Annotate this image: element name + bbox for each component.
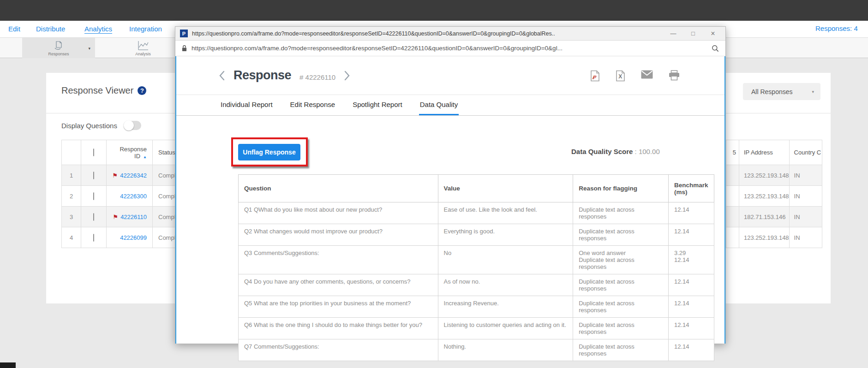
chevron-down-icon: ▾ bbox=[812, 89, 814, 94]
question-cell: Q6 What is the one thing I should do to … bbox=[239, 318, 438, 339]
reason-header: Reason for flagging bbox=[573, 175, 669, 202]
tab-integration[interactable]: Integration bbox=[129, 25, 162, 33]
table-row: 123.252.193.148 IN bbox=[726, 186, 822, 207]
value-cell: No bbox=[438, 246, 573, 274]
response-table-right: 5 IP Address Country C 123.252.193.148 I… bbox=[726, 140, 822, 248]
analysis-chart-icon bbox=[137, 40, 149, 51]
window-title-bar[interactable]: P https://questionpro.com/a/frame.do?mod… bbox=[175, 27, 725, 41]
table-header-row: Question Value Reason for flagging Bench… bbox=[239, 175, 714, 202]
row-checkbox[interactable] bbox=[93, 192, 94, 200]
question-cell: Q7 Comments/Suggestions: bbox=[239, 339, 438, 361]
tab-edit-response[interactable]: Edit Response bbox=[289, 95, 336, 115]
ip-cell: 123.252.193.148 bbox=[739, 186, 790, 207]
value-cell: Listening to customer queries and acting… bbox=[438, 318, 573, 339]
display-questions-toggle[interactable] bbox=[124, 121, 141, 130]
display-questions-label: Display Questions bbox=[61, 122, 117, 130]
lock-icon bbox=[182, 45, 187, 52]
reason-cell: Duplicate text across responses bbox=[573, 224, 669, 246]
export-excel-icon[interactable]: X bbox=[616, 70, 625, 82]
benchmark-cell: 3.29 12.14 bbox=[668, 246, 714, 274]
table-row: Q3 Comments/Suggestions: No One word ans… bbox=[239, 246, 714, 274]
svg-text:X: X bbox=[618, 73, 622, 80]
row-number-header bbox=[62, 140, 81, 165]
toolbar-responses-label: Responses bbox=[48, 52, 69, 56]
select-all-checkbox[interactable] bbox=[93, 148, 94, 156]
help-circle-icon[interactable]: ? bbox=[138, 86, 146, 95]
toolbar-responses-button[interactable]: Responses ▾ bbox=[22, 38, 95, 58]
row-number: 3 bbox=[62, 207, 81, 227]
question-cell: Q5 What are the top priorities in your b… bbox=[239, 296, 438, 318]
chevron-down-icon: ▾ bbox=[88, 46, 90, 51]
window-title-text: https://questionpro.com/a/frame.do?mode=… bbox=[192, 30, 661, 37]
question-header: Question bbox=[239, 175, 438, 202]
print-icon[interactable] bbox=[669, 70, 680, 82]
select-all-header bbox=[81, 140, 107, 165]
all-responses-dropdown[interactable]: All Responses ▾ bbox=[743, 83, 820, 100]
ip-address-header[interactable]: IP Address bbox=[739, 140, 790, 165]
benchmark-cell: 12.14 bbox=[668, 296, 714, 318]
response-id-link[interactable]: 42226110 bbox=[120, 214, 147, 220]
tab-individual-report[interactable]: Individual Report bbox=[220, 95, 274, 115]
value-cell: Everything is good. bbox=[438, 224, 573, 246]
score-label: Data Quality Score bbox=[571, 148, 633, 155]
export-pdf-icon[interactable]: ℘ bbox=[590, 70, 600, 82]
tab-spotlight-report[interactable]: Spotlight Report bbox=[352, 95, 403, 115]
responses-report-icon bbox=[53, 40, 64, 51]
maximize-icon[interactable]: □ bbox=[685, 30, 701, 37]
response-id-link[interactable]: 42226300 bbox=[120, 193, 147, 200]
value-header: Value bbox=[438, 175, 573, 202]
toolbar-analysis-button[interactable]: Analysis bbox=[118, 38, 168, 58]
row-number: 2 bbox=[62, 186, 81, 207]
benchmark-cell: 12.14 bbox=[668, 339, 714, 361]
minimize-icon[interactable]: — bbox=[665, 30, 681, 37]
value-cell: As of now no. bbox=[438, 274, 573, 296]
taskbar-corner bbox=[0, 362, 16, 368]
question-cell: Q2 What changes would most improve our p… bbox=[239, 224, 438, 246]
row-checkbox[interactable] bbox=[93, 172, 94, 179]
questionpro-favicon-icon: P bbox=[180, 30, 188, 37]
response-title: Response bbox=[233, 68, 291, 83]
svg-text:℘: ℘ bbox=[592, 73, 597, 79]
responses-count: Responses: 4 bbox=[815, 24, 858, 32]
toolbar-analysis-label: Analysis bbox=[135, 52, 151, 56]
ip-cell: 123.252.193.148 bbox=[739, 227, 790, 248]
page-title-text: Response Viewer bbox=[61, 85, 133, 96]
reason-cell: One word answer Duplicate text across re… bbox=[573, 246, 669, 274]
reason-cell: Duplicate text across responses bbox=[573, 274, 669, 296]
tab-analytics[interactable]: Analytics bbox=[84, 25, 112, 33]
response-id-header[interactable]: Response ID▲ bbox=[107, 140, 153, 165]
data-quality-table: Question Value Reason for flagging Bench… bbox=[238, 174, 714, 361]
country-cell: IN bbox=[789, 207, 822, 227]
close-icon[interactable]: × bbox=[705, 30, 721, 38]
benchmark-cell: 12.14 bbox=[668, 274, 714, 296]
country-cell: IN bbox=[789, 165, 822, 186]
response-id-link[interactable]: 42226099 bbox=[120, 234, 147, 241]
table-row: 123.252.193.148 IN bbox=[726, 165, 822, 186]
country-code-header[interactable]: Country C bbox=[789, 140, 822, 165]
window-content: Response # 42226110 ℘ X bbox=[175, 56, 725, 344]
data-quality-score: Data Quality Score : 100.00 bbox=[571, 148, 660, 155]
toggle-knob bbox=[124, 120, 134, 131]
row-checkbox[interactable] bbox=[93, 234, 94, 242]
tab-distribute[interactable]: Distribute bbox=[36, 25, 65, 33]
ip-cell: 182.71.153.146 bbox=[739, 207, 790, 227]
top-bar bbox=[0, 0, 868, 21]
previous-response-icon[interactable] bbox=[219, 70, 225, 81]
benchmark-cell: 12.14 bbox=[668, 202, 714, 224]
table-row: Q4 Do you have any other comments, quest… bbox=[239, 274, 714, 296]
email-icon[interactable] bbox=[641, 70, 653, 82]
next-response-icon[interactable] bbox=[344, 70, 350, 81]
modal-tab-bar: Individual Report Edit Response Spotligh… bbox=[176, 95, 724, 116]
tab-edit[interactable]: Edit bbox=[8, 25, 20, 33]
address-bar[interactable]: https://questionpro.com/a/frame.do?mode=… bbox=[175, 41, 725, 56]
page-title: Response Viewer ? bbox=[61, 85, 146, 96]
benchmark-header: Benchmark (ms) bbox=[668, 175, 714, 202]
row-checkbox[interactable] bbox=[93, 213, 94, 221]
table-row: Q7 Comments/Suggestions: Nothing. Duplic… bbox=[239, 339, 714, 361]
response-id-link[interactable]: 42226342 bbox=[120, 172, 147, 179]
zoom-page-icon[interactable] bbox=[712, 45, 719, 52]
value-cell: Increasing Revenue. bbox=[438, 296, 573, 318]
unflag-response-button[interactable]: Unflag Response bbox=[238, 144, 300, 160]
flag-icon: ⚑ bbox=[113, 172, 118, 179]
tab-data-quality[interactable]: Data Quality bbox=[419, 95, 459, 115]
